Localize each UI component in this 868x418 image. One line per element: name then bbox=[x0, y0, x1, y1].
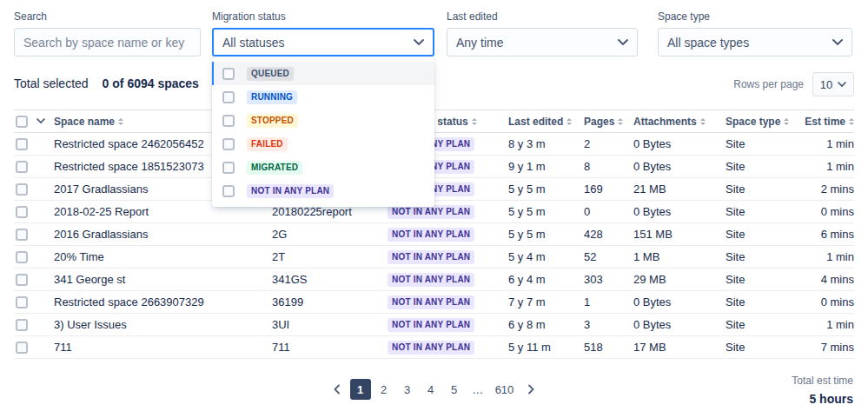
cell-attachments: 0 Bytes bbox=[633, 160, 726, 173]
search-label: Search bbox=[14, 10, 47, 23]
status-option-badge: QUEUED bbox=[247, 67, 294, 81]
row-checkbox[interactable] bbox=[16, 161, 28, 173]
status-option[interactable]: QUEUED bbox=[212, 62, 434, 85]
rows-per-page-select[interactable]: 10 bbox=[812, 72, 854, 96]
header-est-time[interactable]: Est time bbox=[805, 116, 854, 128]
option-checkbox[interactable] bbox=[222, 185, 235, 197]
row-checkbox[interactable] bbox=[16, 138, 28, 150]
status-option-badge: MIGRATED bbox=[247, 161, 302, 175]
row-checkbox[interactable] bbox=[16, 206, 28, 218]
cell-est-time: 1 min bbox=[805, 318, 854, 331]
cell-space-type: Site bbox=[726, 295, 805, 309]
status-option[interactable]: FAILED bbox=[212, 132, 434, 156]
status-option-badge: STOPPED bbox=[247, 114, 298, 128]
option-checkbox[interactable] bbox=[222, 138, 235, 150]
cell-last-edited: 9 y 1 m bbox=[508, 160, 584, 173]
row-checkbox[interactable] bbox=[16, 296, 28, 309]
cell-space-key: 3UI bbox=[272, 318, 388, 331]
header-pages[interactable]: Pages bbox=[584, 116, 623, 128]
next-page-button[interactable] bbox=[520, 379, 541, 400]
cell-space-type: Site bbox=[726, 273, 805, 286]
header-attachments[interactable]: Attachments bbox=[633, 116, 706, 128]
cell-pages: 1 bbox=[584, 295, 633, 309]
cell-last-edited: 5 y 5 m bbox=[508, 205, 584, 218]
page-button-2[interactable]: 2 bbox=[374, 379, 394, 400]
status-option[interactable]: MIGRATED bbox=[212, 156, 434, 179]
select-all-checkbox[interactable] bbox=[16, 116, 28, 128]
option-checkbox[interactable] bbox=[222, 91, 235, 103]
cell-space-type: Site bbox=[726, 228, 805, 241]
cell-last-edited: 5 y 4 m bbox=[508, 250, 584, 263]
rows-per-page-label: Rows per page bbox=[733, 78, 804, 90]
row-checkbox[interactable] bbox=[16, 274, 28, 286]
cell-space-key: 2T bbox=[272, 250, 388, 263]
status-badge: NOT IN ANY PLAN bbox=[388, 295, 474, 309]
cell-space-type: Site bbox=[726, 137, 805, 150]
total-est-time-label: Total est time bbox=[792, 375, 853, 387]
table-row: Restricted space 2663907329 36199 NOT IN… bbox=[14, 291, 854, 314]
status-option[interactable]: NOT IN ANY PLAN bbox=[212, 179, 434, 202]
chevron-left-icon bbox=[331, 383, 343, 395]
page-button-4[interactable]: 4 bbox=[421, 379, 441, 400]
cell-migration-status: NOT IN ANY PLAN bbox=[388, 341, 508, 355]
sort-icon bbox=[849, 118, 854, 125]
sort-icon bbox=[784, 118, 789, 125]
chevron-down-icon bbox=[618, 39, 628, 46]
cell-space-name: 711 bbox=[54, 341, 272, 354]
cell-attachments: 1 MB bbox=[633, 250, 726, 263]
page-button-5[interactable]: 5 bbox=[444, 379, 465, 400]
cell-space-key: 341GS bbox=[272, 273, 388, 286]
cell-space-type: Site bbox=[726, 182, 805, 196]
row-checkbox[interactable] bbox=[16, 319, 28, 331]
row-checkbox[interactable] bbox=[16, 342, 28, 354]
cell-space-name: 3) User Issues bbox=[54, 318, 272, 331]
cell-migration-status: NOT IN ANY PLAN bbox=[388, 318, 508, 332]
migration-status-label: Migration status bbox=[212, 10, 286, 23]
chevron-down-icon bbox=[832, 39, 843, 46]
cell-pages: 2 bbox=[584, 137, 633, 150]
cell-space-name: 2016 Gradlassians bbox=[54, 228, 272, 241]
status-option-badge: NOT IN ANY PLAN bbox=[247, 184, 334, 198]
cell-migration-status: NOT IN ANY PLAN bbox=[388, 273, 508, 287]
migration-status-value: All statuses bbox=[222, 36, 285, 50]
cell-est-time: 1 min bbox=[805, 137, 854, 150]
option-checkbox[interactable] bbox=[222, 162, 235, 174]
row-checkbox[interactable] bbox=[16, 229, 28, 241]
cell-last-edited: 6 y 4 m bbox=[508, 273, 584, 286]
total-selected-value: 0 of 6094 spaces bbox=[103, 76, 199, 90]
space-type-select[interactable]: All space types bbox=[658, 28, 852, 56]
cell-last-edited: 7 y 7 m bbox=[508, 295, 584, 309]
table-row: 20% Time 2T NOT IN ANY PLAN 5 y 4 m 52 1… bbox=[14, 246, 854, 269]
header-last-edited[interactable]: Last edited bbox=[508, 116, 572, 128]
cell-last-edited: 5 y 5 m bbox=[508, 182, 584, 196]
cell-attachments: 0 Bytes bbox=[633, 318, 726, 331]
option-checkbox[interactable] bbox=[222, 115, 235, 127]
status-option[interactable]: RUNNING bbox=[212, 85, 434, 109]
bulk-select-chevron-icon[interactable] bbox=[36, 118, 45, 124]
cell-est-time: 0 mins bbox=[805, 295, 854, 309]
page-button-1[interactable]: 1 bbox=[350, 379, 371, 400]
cell-space-key: 711 bbox=[272, 341, 388, 354]
migration-status-select[interactable]: All statuses bbox=[212, 28, 434, 56]
header-space-type[interactable]: Space type bbox=[726, 116, 789, 128]
header-space-name[interactable]: Space name bbox=[54, 116, 123, 128]
last-edited-select[interactable]: Any time bbox=[447, 28, 638, 56]
cell-attachments: 0 Bytes bbox=[633, 205, 726, 218]
row-checkbox[interactable] bbox=[16, 183, 28, 196]
cell-space-name: Restricted space 2663907329 bbox=[54, 295, 272, 309]
cell-pages: 3 bbox=[584, 318, 633, 331]
option-checkbox[interactable] bbox=[222, 68, 235, 80]
status-badge: NOT IN ANY PLAN bbox=[388, 273, 474, 287]
sort-icon bbox=[472, 118, 477, 125]
page-button-3[interactable]: 3 bbox=[397, 379, 418, 400]
page-button-610[interactable]: 610 bbox=[491, 379, 519, 400]
search-input[interactable] bbox=[14, 28, 201, 56]
prev-page-button[interactable] bbox=[327, 379, 348, 400]
cell-est-time: 2 mins bbox=[805, 182, 854, 196]
cell-space-name: 2018-02-25 Report bbox=[54, 205, 272, 218]
status-option[interactable]: STOPPED bbox=[212, 109, 434, 132]
cell-last-edited: 5 y 11 m bbox=[508, 341, 584, 354]
cell-est-time: 6 mins bbox=[805, 228, 854, 241]
cell-space-type: Site bbox=[726, 318, 805, 331]
row-checkbox[interactable] bbox=[16, 251, 28, 263]
